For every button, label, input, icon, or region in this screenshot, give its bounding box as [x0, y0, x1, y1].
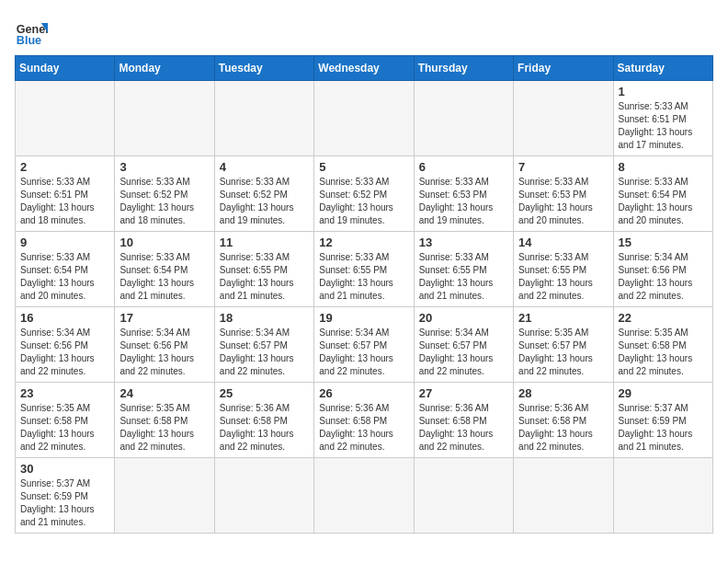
day-info: Sunrise: 5:34 AM Sunset: 6:56 PM Dayligh… [119, 327, 209, 378]
day-number: 25 [220, 386, 309, 400]
day-number: 26 [319, 386, 408, 400]
calendar-day-19: 19Sunrise: 5:34 AM Sunset: 6:57 PM Dayli… [314, 307, 414, 383]
day-info: Sunrise: 5:33 AM Sunset: 6:55 PM Dayligh… [518, 251, 608, 303]
calendar-day-24: 24Sunrise: 5:35 AM Sunset: 6:58 PM Dayli… [115, 383, 214, 458]
calendar-day-17: 17Sunrise: 5:34 AM Sunset: 6:56 PM Dayli… [115, 307, 214, 383]
day-info: Sunrise: 5:35 AM Sunset: 6:58 PM Dayligh… [119, 402, 209, 454]
day-number: 16 [20, 311, 109, 325]
day-number: 14 [518, 236, 608, 249]
day-info: Sunrise: 5:33 AM Sunset: 6:54 PM Dayligh… [119, 251, 209, 303]
day-number: 20 [419, 311, 508, 325]
day-info: Sunrise: 5:34 AM Sunset: 6:57 PM Dayligh… [419, 327, 508, 378]
calendar-day-empty [214, 81, 313, 156]
day-info: Sunrise: 5:33 AM Sunset: 6:54 PM Dayligh… [20, 251, 109, 303]
day-info: Sunrise: 5:36 AM Sunset: 6:58 PM Dayligh… [419, 402, 508, 454]
day-number: 11 [220, 236, 309, 249]
day-info: Sunrise: 5:35 AM Sunset: 6:58 PM Dayligh… [619, 327, 708, 378]
page-header: General Blue [15, 15, 713, 48]
calendar-day-empty [115, 458, 214, 534]
day-info: Sunrise: 5:35 AM Sunset: 6:58 PM Dayligh… [20, 402, 109, 454]
day-number: 28 [518, 386, 608, 400]
calendar-week-row: 16Sunrise: 5:34 AM Sunset: 6:56 PM Dayli… [16, 307, 713, 383]
calendar-day-4: 4Sunrise: 5:33 AM Sunset: 6:52 PM Daylig… [214, 156, 313, 232]
day-info: Sunrise: 5:33 AM Sunset: 6:55 PM Dayligh… [419, 251, 508, 303]
day-info: Sunrise: 5:37 AM Sunset: 6:59 PM Dayligh… [619, 402, 708, 454]
day-number: 8 [619, 160, 708, 174]
day-number: 7 [518, 160, 608, 174]
day-number: 9 [20, 236, 109, 249]
calendar-day-30: 30Sunrise: 5:37 AM Sunset: 6:59 PM Dayli… [16, 458, 115, 534]
weekday-header-friday: Friday [514, 56, 613, 81]
day-number: 3 [119, 160, 209, 174]
calendar-day-18: 18Sunrise: 5:34 AM Sunset: 6:57 PM Dayli… [214, 307, 313, 383]
day-info: Sunrise: 5:33 AM Sunset: 6:54 PM Dayligh… [619, 176, 708, 227]
day-info: Sunrise: 5:34 AM Sunset: 6:56 PM Dayligh… [20, 327, 109, 378]
weekday-header-thursday: Thursday [414, 56, 513, 81]
calendar-week-row: 1Sunrise: 5:33 AM Sunset: 6:51 PM Daylig… [16, 81, 713, 156]
calendar-day-5: 5Sunrise: 5:33 AM Sunset: 6:52 PM Daylig… [314, 156, 414, 232]
day-info: Sunrise: 5:36 AM Sunset: 6:58 PM Dayligh… [319, 402, 408, 454]
calendar-week-row: 23Sunrise: 5:35 AM Sunset: 6:58 PM Dayli… [16, 383, 713, 458]
day-number: 15 [619, 236, 708, 249]
day-info: Sunrise: 5:33 AM Sunset: 6:52 PM Dayligh… [119, 176, 209, 227]
calendar-day-2: 2Sunrise: 5:33 AM Sunset: 6:51 PM Daylig… [16, 156, 115, 232]
calendar-day-1: 1Sunrise: 5:33 AM Sunset: 6:51 PM Daylig… [613, 81, 712, 156]
day-info: Sunrise: 5:33 AM Sunset: 6:55 PM Dayligh… [220, 251, 309, 303]
day-info: Sunrise: 5:33 AM Sunset: 6:55 PM Dayligh… [319, 251, 408, 303]
calendar-day-29: 29Sunrise: 5:37 AM Sunset: 6:59 PM Dayli… [613, 383, 712, 458]
day-number: 10 [119, 236, 209, 249]
calendar-day-empty [314, 458, 414, 534]
day-number: 12 [319, 236, 408, 249]
day-number: 17 [119, 311, 209, 325]
day-number: 22 [619, 311, 708, 325]
weekday-header-sunday: Sunday [16, 56, 115, 81]
day-number: 30 [20, 462, 109, 476]
weekday-header-tuesday: Tuesday [214, 56, 313, 81]
calendar-week-row: 30Sunrise: 5:37 AM Sunset: 6:59 PM Dayli… [16, 458, 713, 534]
calendar-day-8: 8Sunrise: 5:33 AM Sunset: 6:54 PM Daylig… [613, 156, 712, 232]
day-info: Sunrise: 5:33 AM Sunset: 6:52 PM Dayligh… [319, 176, 408, 227]
calendar-day-27: 27Sunrise: 5:36 AM Sunset: 6:58 PM Dayli… [414, 383, 513, 458]
calendar-day-empty [115, 81, 214, 156]
calendar-day-23: 23Sunrise: 5:35 AM Sunset: 6:58 PM Dayli… [16, 383, 115, 458]
calendar-day-empty [613, 458, 712, 534]
day-info: Sunrise: 5:34 AM Sunset: 6:57 PM Dayligh… [220, 327, 309, 378]
day-number: 6 [419, 160, 508, 174]
day-number: 21 [518, 311, 608, 325]
calendar-week-row: 2Sunrise: 5:33 AM Sunset: 6:51 PM Daylig… [16, 156, 713, 232]
calendar-day-9: 9Sunrise: 5:33 AM Sunset: 6:54 PM Daylig… [16, 232, 115, 307]
calendar-day-22: 22Sunrise: 5:35 AM Sunset: 6:58 PM Dayli… [613, 307, 712, 383]
calendar-day-28: 28Sunrise: 5:36 AM Sunset: 6:58 PM Dayli… [514, 383, 613, 458]
day-number: 13 [419, 236, 508, 249]
day-info: Sunrise: 5:33 AM Sunset: 6:53 PM Dayligh… [518, 176, 608, 227]
weekday-header-wednesday: Wednesday [314, 56, 414, 81]
weekday-header-monday: Monday [115, 56, 214, 81]
calendar-day-13: 13Sunrise: 5:33 AM Sunset: 6:55 PM Dayli… [414, 232, 513, 307]
calendar-day-empty [414, 81, 513, 156]
calendar-day-12: 12Sunrise: 5:33 AM Sunset: 6:55 PM Dayli… [314, 232, 414, 307]
day-info: Sunrise: 5:37 AM Sunset: 6:59 PM Dayligh… [20, 477, 109, 529]
calendar-day-10: 10Sunrise: 5:33 AM Sunset: 6:54 PM Dayli… [115, 232, 214, 307]
calendar-day-empty [214, 458, 313, 534]
day-info: Sunrise: 5:33 AM Sunset: 6:51 PM Dayligh… [20, 176, 109, 227]
calendar-day-16: 16Sunrise: 5:34 AM Sunset: 6:56 PM Dayli… [16, 307, 115, 383]
day-number: 1 [619, 85, 708, 98]
day-info: Sunrise: 5:34 AM Sunset: 6:57 PM Dayligh… [319, 327, 408, 378]
calendar-day-14: 14Sunrise: 5:33 AM Sunset: 6:55 PM Dayli… [514, 232, 613, 307]
day-number: 5 [319, 160, 408, 174]
logo: General Blue [15, 15, 48, 48]
day-info: Sunrise: 5:35 AM Sunset: 6:57 PM Dayligh… [518, 327, 608, 378]
day-info: Sunrise: 5:36 AM Sunset: 6:58 PM Dayligh… [518, 402, 608, 454]
calendar-day-empty [514, 81, 613, 156]
day-info: Sunrise: 5:33 AM Sunset: 6:52 PM Dayligh… [220, 176, 309, 227]
calendar-day-25: 25Sunrise: 5:36 AM Sunset: 6:58 PM Dayli… [214, 383, 313, 458]
calendar-day-26: 26Sunrise: 5:36 AM Sunset: 6:58 PM Dayli… [314, 383, 414, 458]
calendar-day-7: 7Sunrise: 5:33 AM Sunset: 6:53 PM Daylig… [514, 156, 613, 232]
calendar-day-11: 11Sunrise: 5:33 AM Sunset: 6:55 PM Dayli… [214, 232, 313, 307]
calendar-day-empty [314, 81, 414, 156]
day-info: Sunrise: 5:34 AM Sunset: 6:56 PM Dayligh… [619, 251, 708, 303]
day-number: 27 [419, 386, 508, 400]
day-info: Sunrise: 5:33 AM Sunset: 6:51 PM Dayligh… [619, 100, 708, 152]
calendar-day-20: 20Sunrise: 5:34 AM Sunset: 6:57 PM Dayli… [414, 307, 513, 383]
day-number: 24 [119, 386, 209, 400]
